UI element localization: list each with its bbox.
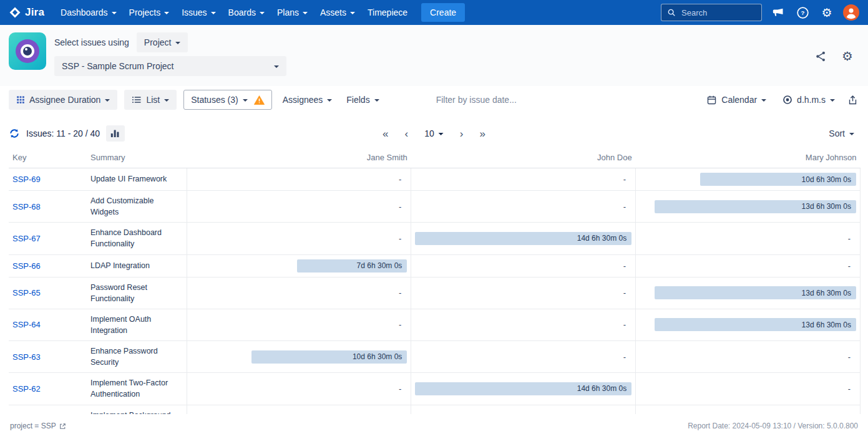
statuses-filter-label: Statuses (3) [191, 95, 238, 105]
issue-date-filter-input[interactable] [435, 94, 578, 105]
table-row: SSP-62Implement Two-Factor Authenticatio… [9, 373, 861, 405]
chevron-down-icon [350, 12, 355, 14]
issue-key-link[interactable]: SSP-62 [12, 384, 41, 393]
fields-button[interactable]: Fields [343, 90, 383, 110]
report-type-button[interactable]: Assignee Duration [9, 90, 117, 110]
issue-summary: LDAP Integration [90, 260, 183, 271]
chevron-down-icon [303, 12, 308, 14]
empty-duration: - [415, 352, 631, 362]
project-select[interactable]: SSP - Sample Scrum Project [54, 56, 286, 76]
nav-item-issues[interactable]: Issues [175, 0, 222, 25]
results-bar: Issues: 11 - 20 / 40 « ‹ 10 › » Sort [0, 117, 868, 148]
issue-summary: Implement Two-Factor Authentication [90, 377, 183, 400]
toolbar: Assignee Duration List Statuses (3) Assi… [0, 86, 868, 117]
search-input[interactable] [680, 7, 756, 18]
announcement-icon[interactable] [770, 4, 786, 21]
nav-item-dashboards[interactable]: Dashboards [54, 0, 123, 25]
duration-bar: 14d 6h 30m 0s [415, 382, 631, 395]
list-view-icon [132, 95, 142, 104]
duration-format-button[interactable]: d.h.m.s [779, 90, 839, 110]
sort-button[interactable]: Sort [825, 123, 858, 143]
empty-duration: - [415, 320, 631, 329]
chevron-down-icon [274, 65, 279, 68]
nav-item-label: Dashboards [61, 7, 108, 17]
calendar-button[interactable]: Calendar [703, 90, 770, 110]
project-select-value: SSP - Sample Scrum Project [62, 61, 173, 71]
nav-item-projects[interactable]: Projects [123, 0, 176, 25]
table-row: SSP-68Add Customizable Widgets--13d 6h 3… [9, 191, 861, 223]
empty-duration: - [191, 288, 407, 297]
duration-bar: 10d 6h 30m 0s [700, 173, 856, 186]
chevron-down-icon [761, 99, 766, 102]
empty-duration: - [415, 202, 631, 211]
chevron-down-icon [164, 12, 169, 14]
share-icon[interactable] [815, 51, 827, 62]
chevron-down-icon [439, 133, 444, 135]
top-navigation: Jira Dashboards Projects Issues Boards P… [0, 0, 868, 25]
duration-bar: 13d 6h 30m 0s [655, 286, 856, 299]
issue-summary: Add Customizable Widgets [90, 195, 183, 218]
issue-key-link[interactable]: SSP-65 [12, 288, 41, 297]
fields-label: Fields [346, 95, 369, 105]
issue-summary: Implement Background User Sync [90, 410, 183, 415]
chevron-down-icon [374, 99, 379, 102]
nav-item-label: Plans [277, 7, 299, 17]
jira-logo[interactable]: Jira [9, 6, 44, 19]
table-row: SSP-69Update UI Framework--10d 6h 30m 0s [9, 168, 861, 191]
nav-item-plans[interactable]: Plans [271, 0, 314, 25]
issue-summary: Enhance Password Security [90, 345, 183, 368]
issue-key-link[interactable]: SSP-68 [12, 202, 41, 211]
chart-view-button[interactable] [106, 125, 125, 142]
statuses-filter-button[interactable]: Statuses (3) [183, 90, 271, 110]
gadget-settings-gear-icon[interactable]: ⚙ [842, 50, 853, 62]
column-header-assignee-3: Mary Johnson [636, 150, 861, 168]
footer-query-link[interactable]: project = SSP [10, 422, 66, 430]
report-type-label: Assignee Duration [29, 95, 100, 105]
issue-key-link[interactable]: SSP-69 [12, 175, 41, 184]
report-info: Report Date: 2024-05-09 13:10 / Version:… [688, 422, 858, 430]
nav-item-boards[interactable]: Boards [222, 0, 271, 25]
empty-duration: - [640, 261, 856, 271]
jira-logo-text: Jira [25, 6, 44, 19]
issue-source-value: Project [144, 37, 172, 47]
footer-query-text: project = SSP [10, 422, 56, 430]
nav-item-label: Timepiece [368, 7, 407, 17]
empty-duration: - [415, 288, 631, 297]
settings-gear-icon[interactable]: ⚙ [819, 4, 835, 21]
last-page-button[interactable]: » [479, 128, 485, 139]
next-page-button[interactable]: › [460, 128, 464, 139]
assignees-filter-button[interactable]: Assignees [279, 90, 336, 110]
issue-key-link[interactable]: SSP-67 [12, 234, 41, 243]
jira-logo-icon [9, 6, 21, 19]
nav-item-label: Projects [129, 7, 161, 17]
help-icon[interactable]: ? [794, 4, 811, 21]
first-page-button[interactable]: « [383, 128, 388, 139]
toolbar-right: Calendar d.h.m.s [703, 90, 858, 110]
column-header-key: Key [9, 150, 87, 168]
grid-icon [16, 95, 25, 104]
nav-item-assets[interactable]: Assets [314, 0, 361, 25]
create-button[interactable]: Create [421, 3, 465, 22]
export-icon[interactable] [847, 94, 858, 106]
issue-summary: Password Reset Functionality [90, 282, 183, 304]
assignees-filter-label: Assignees [283, 95, 323, 105]
page: Jira Dashboards Projects Issues Boards P… [0, 0, 868, 439]
nav-item-timepiece[interactable]: Timepiece [361, 0, 414, 25]
page-size-select[interactable]: 10 [424, 128, 444, 138]
user-avatar[interactable] [843, 4, 859, 21]
bar-chart-icon [110, 129, 120, 138]
prev-page-button[interactable]: ‹ [405, 128, 409, 139]
chevron-down-icon [327, 99, 332, 102]
issue-source-select[interactable]: Project [137, 32, 188, 52]
page-size-value: 10 [424, 128, 434, 138]
refresh-icon[interactable] [9, 128, 20, 139]
chevron-down-icon [164, 99, 169, 102]
issue-key-link[interactable]: SSP-63 [12, 352, 41, 362]
issue-key-link[interactable]: SSP-66 [12, 261, 41, 271]
empty-duration: - [415, 261, 631, 271]
nav-item-label: Assets [320, 7, 346, 17]
issue-key-link[interactable]: SSP-64 [12, 320, 41, 329]
duration-bar: 10d 6h 30m 0s [251, 350, 407, 364]
chevron-down-icon [175, 42, 180, 44]
view-select-button[interactable]: List [124, 90, 177, 110]
